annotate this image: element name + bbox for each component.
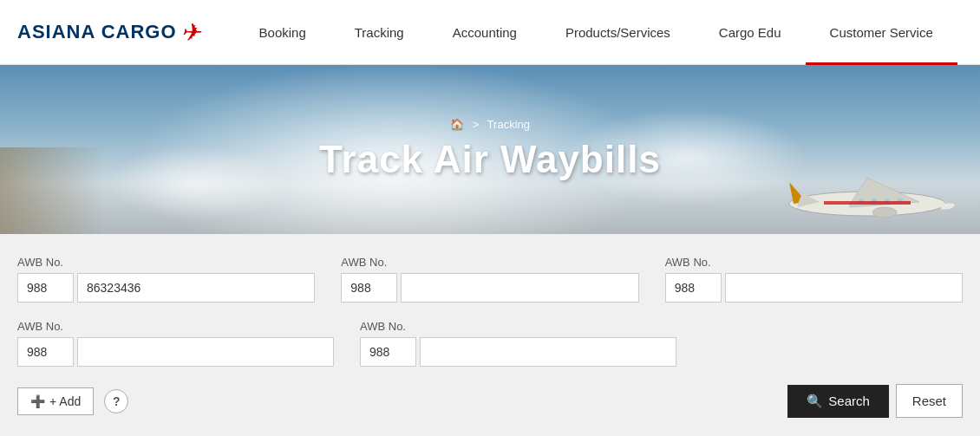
awb-number-2[interactable] [401, 273, 638, 303]
awb-prefix-5[interactable] [360, 337, 416, 367]
plus-icon: ➕ [30, 394, 45, 408]
nav-item-products[interactable]: Products/Services [541, 0, 695, 65]
awb-prefix-2[interactable] [341, 273, 397, 303]
breadcrumb: 🏠 > Tracking [319, 118, 661, 131]
bottom-bar: ➕ + Add ? 🔍 Search Reset [17, 384, 963, 418]
add-button-label: + Add [49, 394, 81, 408]
awb-row-1: AWB No. AWB No. AWB No. [17, 256, 963, 303]
breadcrumb-separator: > [473, 118, 480, 131]
left-actions: ➕ + Add ? [17, 387, 128, 415]
nav-item-booking[interactable]: Booking [235, 0, 330, 65]
logo-arrow: ✈ [180, 18, 200, 47]
svg-point-5 [872, 207, 897, 218]
awb-group-5: AWB No. [360, 320, 676, 367]
awb-group-2: AWB No. [341, 256, 638, 303]
search-icon: 🔍 [807, 394, 823, 409]
awb-group-3: AWB No. [665, 256, 963, 303]
awb-group-1: AWB No. [17, 256, 315, 303]
awb-label-2: AWB No. [341, 256, 638, 269]
awb-input-row-5 [360, 337, 676, 367]
svg-rect-6 [824, 201, 911, 205]
nav-item-tracking[interactable]: Tracking [330, 0, 428, 65]
hero-content: 🏠 > Tracking Track Air Waybills [319, 118, 661, 181]
awb-prefix-4[interactable] [17, 337, 74, 367]
awb-input-row-3 [665, 273, 963, 303]
search-button[interactable]: 🔍 Search [787, 385, 889, 418]
nav-item-customer-service[interactable]: Customer Service [806, 0, 957, 65]
breadcrumb-home[interactable]: 🏠 [450, 118, 464, 131]
hero-ground [0, 147, 104, 234]
nav-item-accounting[interactable]: Accounting [428, 0, 541, 65]
awb-input-row-2 [341, 273, 638, 303]
plane-image [772, 152, 963, 230]
page-title: Track Air Waybills [319, 138, 661, 181]
logo[interactable]: ASIANA CARGO ✈ [17, 18, 200, 47]
awb-group-4: AWB No. [17, 320, 334, 367]
awb-number-3[interactable] [725, 273, 963, 303]
awb-number-5[interactable] [420, 337, 676, 367]
right-actions: 🔍 Search Reset [787, 384, 963, 418]
help-icon: ? [113, 394, 121, 408]
breadcrumb-page[interactable]: Tracking [487, 118, 530, 131]
awb-prefix-3[interactable] [665, 273, 722, 303]
awb-row-2: AWB No. AWB No. [17, 320, 676, 367]
awb-label-3: AWB No. [665, 256, 963, 269]
logo-text: ASIANA CARGO [17, 21, 177, 43]
awb-number-1[interactable] [77, 273, 315, 303]
awb-prefix-1[interactable] [17, 273, 74, 303]
main-nav: Booking Tracking Accounting Products/Ser… [235, 0, 963, 65]
awb-label-4: AWB No. [17, 320, 334, 333]
awb-number-4[interactable] [77, 337, 334, 367]
search-button-label: Search [828, 394, 870, 408]
reset-button-label: Reset [912, 394, 946, 408]
help-button[interactable]: ? [104, 389, 128, 413]
awb-label-5: AWB No. [360, 320, 676, 333]
add-button[interactable]: ➕ + Add [17, 387, 94, 415]
awb-input-row-1 [17, 273, 315, 303]
main-content: AWB No. AWB No. AWB No. AWB No. [0, 234, 980, 435]
awb-input-row-4 [17, 337, 334, 367]
header: ASIANA CARGO ✈ Booking Tracking Accounti… [0, 0, 980, 65]
nav-item-cargo-edu[interactable]: Cargo Edu [695, 0, 806, 65]
hero-banner: 🏠 > Tracking Track Air Waybills [0, 65, 980, 234]
awb-label-1: AWB No. [17, 256, 315, 269]
reset-button[interactable]: Reset [896, 384, 963, 418]
